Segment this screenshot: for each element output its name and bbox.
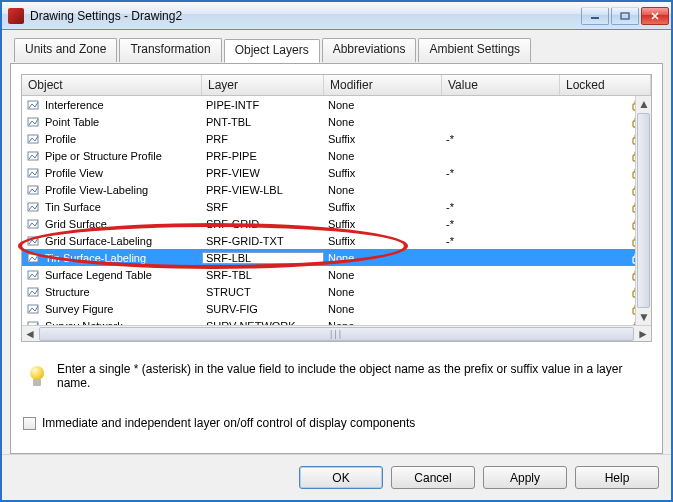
table-row[interactable]: ProfilePRFSuffix-* xyxy=(22,130,651,147)
cell-value[interactable]: -* xyxy=(442,133,560,145)
scroll-left-button[interactable]: ◄ xyxy=(22,326,38,342)
cell-layer[interactable]: SRF-LBL xyxy=(202,252,324,264)
object-type-icon xyxy=(26,285,42,299)
table-row[interactable]: Survey NetworkSURV-NETWORKNone xyxy=(22,317,651,325)
cell-object: Grid Surface-Labeling xyxy=(45,235,152,247)
cell-layer[interactable]: SRF xyxy=(202,201,324,213)
scroll-thumb-vertical[interactable] xyxy=(637,113,650,308)
cell-layer[interactable]: PRF-VIEW-LBL xyxy=(202,184,324,196)
cell-modifier[interactable]: None xyxy=(324,269,442,281)
hint-row: Enter a single * (asterisk) in the value… xyxy=(21,362,652,390)
scrollbar-vertical[interactable]: ▲ ▼ xyxy=(635,96,651,325)
tab-units-and-zone[interactable]: Units and Zone xyxy=(14,38,117,62)
cell-layer[interactable]: PRF-VIEW xyxy=(202,167,324,179)
table-row[interactable]: Tin Surface-LabelingSRF-LBLNone xyxy=(22,249,651,266)
tab-abbreviations[interactable]: Abbreviations xyxy=(322,38,417,62)
cell-modifier[interactable]: None xyxy=(324,286,442,298)
window-buttons xyxy=(581,7,669,25)
tab-ambient-settings[interactable]: Ambient Settings xyxy=(418,38,531,62)
close-button[interactable] xyxy=(641,7,669,25)
help-button[interactable]: Help xyxy=(575,466,659,489)
object-type-icon xyxy=(26,132,42,146)
scroll-thumb-horizontal[interactable]: ||| xyxy=(39,327,634,341)
column-object[interactable]: Object xyxy=(22,75,202,95)
cell-layer[interactable]: SRF-TBL xyxy=(202,269,324,281)
cell-object: Tin Surface-Labeling xyxy=(45,252,146,264)
cell-layer[interactable]: PRF xyxy=(202,133,324,145)
scrollbar-horizontal[interactable]: ◄ ||| ► xyxy=(22,325,651,341)
cell-value[interactable]: -* xyxy=(442,235,560,247)
svg-rect-0 xyxy=(591,17,599,19)
hint-text: Enter a single * (asterisk) in the value… xyxy=(57,362,646,390)
cell-modifier[interactable]: Suffix xyxy=(324,133,442,145)
immediate-control-label: Immediate and independent layer on/off c… xyxy=(42,416,415,430)
table-row[interactable]: Grid Surface-LabelingSRF-GRID-TXTSuffix-… xyxy=(22,232,651,249)
table-row[interactable]: Grid SurfaceSRF-GRIDSuffix-* xyxy=(22,215,651,232)
cell-object: Profile View xyxy=(45,167,103,179)
cell-layer[interactable]: SURV-FIG xyxy=(202,303,324,315)
cell-object: Profile xyxy=(45,133,76,145)
table-row[interactable]: Profile ViewPRF-VIEWSuffix-* xyxy=(22,164,651,181)
ok-button[interactable]: OK xyxy=(299,466,383,489)
grid-header: Object Layer Modifier Value Locked xyxy=(22,75,651,96)
table-row[interactable]: Tin SurfaceSRFSuffix-* xyxy=(22,198,651,215)
object-type-icon xyxy=(26,268,42,282)
cancel-button[interactable]: Cancel xyxy=(391,466,475,489)
table-row[interactable]: Point TablePNT-TBLNone xyxy=(22,113,651,130)
cell-modifier[interactable]: None xyxy=(324,252,442,264)
column-layer[interactable]: Layer xyxy=(202,75,324,95)
cell-layer[interactable]: PNT-TBL xyxy=(202,116,324,128)
cell-layer[interactable]: PIPE-INTF xyxy=(202,99,324,111)
tab-panel: Object Layer Modifier Value Locked Inter… xyxy=(10,63,663,454)
table-row[interactable]: InterferencePIPE-INTFNone xyxy=(22,96,651,113)
immediate-control-row: Immediate and independent layer on/off c… xyxy=(21,416,652,430)
cell-layer[interactable]: SRF-GRID-TXT xyxy=(202,235,324,247)
object-type-icon xyxy=(26,183,42,197)
cell-value[interactable]: -* xyxy=(442,167,560,179)
object-type-icon xyxy=(26,217,42,231)
cell-layer[interactable]: PRF-PIPE xyxy=(202,150,324,162)
cell-modifier[interactable]: None xyxy=(324,99,442,111)
table-row[interactable]: StructureSTRUCTNone xyxy=(22,283,651,300)
cell-object: Structure xyxy=(45,286,90,298)
object-type-icon xyxy=(26,149,42,163)
cell-modifier[interactable]: None xyxy=(324,150,442,162)
cell-modifier[interactable]: None xyxy=(324,303,442,315)
cell-value[interactable]: -* xyxy=(442,218,560,230)
object-layers-grid[interactable]: Object Layer Modifier Value Locked Inter… xyxy=(21,74,652,342)
object-type-icon xyxy=(26,115,42,129)
cell-value[interactable]: -* xyxy=(442,201,560,213)
apply-button[interactable]: Apply xyxy=(483,466,567,489)
grid-body[interactable]: InterferencePIPE-INTFNonePoint TablePNT-… xyxy=(22,96,651,325)
tab-object-layers[interactable]: Object Layers xyxy=(224,39,320,63)
column-locked[interactable]: Locked xyxy=(560,75,651,95)
cell-modifier[interactable]: Suffix xyxy=(324,218,442,230)
table-row[interactable]: Survey FigureSURV-FIGNone xyxy=(22,300,651,317)
scroll-down-button[interactable]: ▼ xyxy=(636,309,652,325)
app-icon xyxy=(8,8,24,24)
table-row[interactable]: Surface Legend TableSRF-TBLNone xyxy=(22,266,651,283)
scroll-up-button[interactable]: ▲ xyxy=(636,96,652,112)
cell-object: Surface Legend Table xyxy=(45,269,152,281)
table-row[interactable]: Profile View-LabelingPRF-VIEW-LBLNone xyxy=(22,181,651,198)
cell-modifier[interactable]: Suffix xyxy=(324,167,442,179)
table-row[interactable]: Pipe or Structure ProfilePRF-PIPENone xyxy=(22,147,651,164)
cell-layer[interactable]: STRUCT xyxy=(202,286,324,298)
column-modifier[interactable]: Modifier xyxy=(324,75,442,95)
cell-modifier[interactable]: None xyxy=(324,116,442,128)
cell-modifier[interactable]: Suffix xyxy=(324,235,442,247)
dialog-buttons: OK Cancel Apply Help xyxy=(2,454,671,500)
object-type-icon xyxy=(26,98,42,112)
window-title: Drawing Settings - Drawing2 xyxy=(30,9,581,23)
minimize-button[interactable] xyxy=(581,7,609,25)
column-value[interactable]: Value xyxy=(442,75,560,95)
cell-object: Tin Surface xyxy=(45,201,101,213)
cell-modifier[interactable]: Suffix xyxy=(324,201,442,213)
immediate-control-checkbox[interactable] xyxy=(23,417,36,430)
maximize-button[interactable] xyxy=(611,7,639,25)
cell-modifier[interactable]: None xyxy=(324,184,442,196)
object-type-icon xyxy=(26,200,42,214)
tab-transformation[interactable]: Transformation xyxy=(119,38,221,62)
cell-layer[interactable]: SRF-GRID xyxy=(202,218,324,230)
scroll-right-button[interactable]: ► xyxy=(635,326,651,342)
